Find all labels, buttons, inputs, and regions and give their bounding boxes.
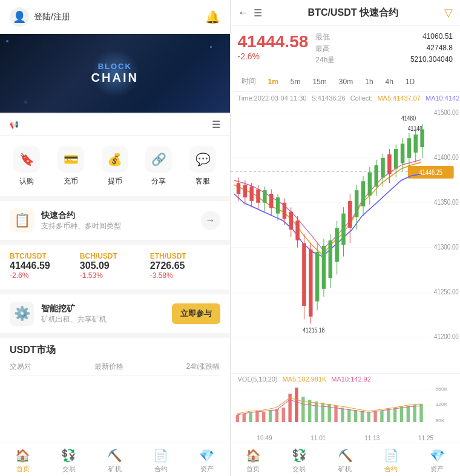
login-text[interactable]: 登陆/注册 [34, 12, 70, 22]
bell-icon[interactable]: 🔔 [205, 10, 220, 24]
left-nav-home[interactable]: 🏠 首页 [0, 448, 46, 474]
time-btn-30m[interactable]: 30m [335, 76, 356, 87]
svg-rect-109 [413, 405, 416, 422]
volume-chart: 560K 320K 80K [231, 385, 461, 427]
menu-icon[interactable]: ☰ [212, 119, 220, 130]
svg-rect-99 [347, 409, 350, 422]
action-deposit[interactable]: 💳 充币 [58, 146, 84, 187]
svg-rect-53 [348, 201, 352, 228]
list-icon: ☰ [254, 7, 262, 19]
svg-rect-23 [249, 187, 254, 201]
right-nav-trade[interactable]: 💱 交易 [276, 448, 322, 474]
price-item-btc[interactable]: BTC/USDT 41446.59 -2.6% [10, 252, 80, 280]
svg-rect-94 [314, 402, 317, 422]
right-nav-mining[interactable]: ⛏️ 矿机 [322, 448, 368, 474]
svg-rect-69 [400, 144, 404, 164]
action-withdraw[interactable]: 💰 提币 [102, 146, 128, 187]
time-btn-15m[interactable]: 15m [309, 76, 330, 87]
vol-ma5: MA5:102.981K [283, 375, 327, 383]
svg-rect-41 [309, 250, 313, 317]
right-nav-trade-label: 交易 [292, 464, 306, 474]
svg-rect-93 [307, 400, 310, 422]
time-btn-5m[interactable]: 5m [287, 76, 304, 87]
announcement-icon: 📢 [10, 121, 19, 129]
time-label-2: 11:01 [310, 435, 326, 441]
price-item-bch[interactable]: BCH/USDT 305.09 -1.53% [80, 252, 150, 280]
low-label: 最低 [315, 32, 330, 42]
action-support[interactable]: 💬 客服 [189, 146, 216, 187]
deposit-icon: 💳 [58, 146, 84, 173]
mining-subtitle: 矿机出租、共享矿机 [41, 314, 165, 325]
svg-rect-75 [420, 129, 424, 147]
svg-rect-91 [295, 388, 298, 422]
svg-rect-57 [361, 181, 365, 206]
right-contract-icon: 📄 [384, 448, 399, 463]
svg-text:41480: 41480 [401, 114, 415, 122]
eth-pair: ETH/USDT [150, 252, 220, 260]
svg-rect-83 [242, 414, 245, 422]
right-nav-contract[interactable]: 📄 合约 [368, 448, 414, 474]
filter-icon[interactable]: ▽ [444, 6, 453, 19]
chart-s: S:41436.26 [311, 94, 345, 102]
bch-value: 305.09 [80, 260, 150, 271]
price-info: 41444.58 -2.6% 最低 41060.51 最高 42748.8 24… [231, 26, 461, 71]
qc-arrow-icon[interactable]: → [201, 211, 220, 230]
svg-rect-98 [341, 408, 344, 422]
main-price: 41444.58 [238, 32, 309, 51]
qc-text: 快速合约 支持多币种、多时间类型 [41, 210, 194, 231]
left-nav-mining[interactable]: ⛏️ 矿机 [92, 448, 138, 474]
qc-title: 快速合约 [41, 210, 194, 221]
vol-value: 5210.304040 [410, 55, 453, 65]
trade-icon: 💱 [61, 448, 76, 463]
price-item-eth[interactable]: ETH/USDT 2726.65 -3.58% [150, 252, 220, 280]
chart-ma5: MA5:41437.07 [377, 94, 421, 102]
eth-change: -3.58% [150, 271, 220, 280]
chart-info: Time:2022-03-04 11:30 S:41436.26 Collect… [231, 92, 461, 104]
right-mining-icon: ⛏️ [338, 448, 353, 463]
svg-text:41400.00: 41400.00 [434, 152, 459, 161]
price-list: BTC/USDT 41446.59 -2.6% BCH/USDT 305.09 … [0, 245, 230, 289]
svg-rect-35 [289, 212, 293, 230]
withdraw-icon: 💰 [102, 146, 128, 173]
time-btn-4h[interactable]: 4h [382, 76, 397, 87]
action-subscribe[interactable]: 🔖 认购 [13, 146, 40, 187]
market-col-pair: 交易对 [10, 362, 31, 372]
time-axis: 10:49 11:01 11:13 11:25 [231, 434, 461, 443]
bch-pair: BCH/USDT [80, 252, 150, 260]
vol-label: VOL(5,10,20) [238, 375, 278, 383]
high-stat: 最高 42748.8 [315, 44, 453, 54]
mining-icon: ⚙️ [10, 302, 34, 326]
qc-icon: 📋 [10, 208, 34, 233]
svg-text:41300.00: 41300.00 [434, 242, 459, 251]
left-nav-mining-label: 矿机 [108, 464, 122, 474]
svg-rect-102 [367, 412, 370, 422]
mining-participate-button[interactable]: 立即参与 [172, 303, 220, 324]
svg-rect-37 [295, 220, 300, 240]
left-nav-contract[interactable]: 📄 合约 [138, 448, 184, 474]
home-icon: 🏠 [15, 448, 30, 463]
svg-rect-73 [413, 134, 418, 153]
market-col-price: 最新价格 [94, 362, 123, 372]
time-btn-1h[interactable]: 1h [361, 76, 376, 87]
left-nav-assets[interactable]: 💎 资产 [184, 448, 230, 474]
market-title: USDT市场 [10, 344, 220, 357]
action-subscribe-label: 认购 [19, 176, 34, 187]
time-btn-1m[interactable]: 1m [264, 76, 282, 87]
price-row: BTC/USDT 41446.59 -2.6% BCH/USDT 305.09 … [10, 252, 220, 280]
back-button[interactable]: ← [238, 7, 249, 19]
quick-contract-banner[interactable]: 📋 快速合约 支持多币种、多时间类型 → [0, 201, 230, 240]
announcement-bar: 📢 ☰ [0, 114, 230, 135]
svg-rect-82 [235, 415, 238, 422]
svg-rect-39 [302, 243, 306, 306]
svg-rect-21 [243, 185, 247, 197]
svg-rect-86 [262, 412, 265, 422]
svg-rect-51 [341, 214, 346, 245]
action-share[interactable]: 🔗 分享 [145, 146, 172, 187]
left-nav-trade[interactable]: 💱 交易 [46, 448, 92, 474]
right-nav-assets[interactable]: 💎 资产 [414, 448, 460, 474]
volume-area: VOL(5,10,20) MA5:102.981K MA10:142.92 56… [231, 373, 461, 434]
right-nav-home[interactable]: 🏠 首页 [231, 448, 277, 474]
time-btn-1d[interactable]: 1D [402, 76, 418, 87]
btc-value: 41446.59 [10, 260, 80, 271]
svg-rect-100 [353, 410, 356, 422]
